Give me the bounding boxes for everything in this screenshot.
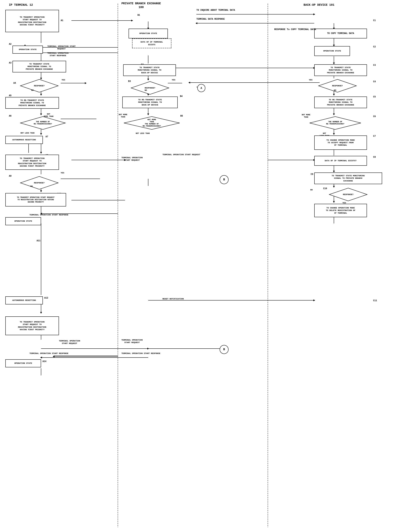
label-reset-notif: RESET NOTIFICATION [162, 298, 184, 300]
svg-marker-15 [40, 152, 42, 154]
label-a5: A5 [9, 94, 11, 97]
box-a8: TO TRANSMIT OPERATIONSTART REQUEST TOREG… [5, 155, 59, 170]
circle-a: A [197, 84, 205, 92]
label-c9: C9 [311, 173, 313, 176]
diamond-a4: RESPONSE? [20, 79, 59, 93]
svg-marker-49 [333, 114, 335, 115]
box-c10-change: TO CHANGE OPERATION MODETO DELETE REGIST… [314, 204, 367, 217]
label-c3: C3 [373, 64, 376, 66]
label-a3: A3 [9, 62, 11, 64]
label-a12: A12 [44, 297, 48, 299]
c6-not-more: NOT MORETHAN [302, 114, 310, 118]
svg-marker-85 [313, 299, 315, 301]
svg-marker-44 [188, 82, 190, 84]
box-a2-op: OPERATION STATE [13, 45, 43, 54]
label-a4: A4 [13, 82, 16, 84]
svg-marker-51 [333, 133, 335, 135]
box-a7: AUTONOMOUS RESETTING [5, 136, 43, 144]
label-a7: A7 [45, 136, 48, 138]
svg-marker-62 [40, 312, 42, 314]
box-a12-auto: AUTONOMOUS RESETTING [5, 296, 43, 304]
label-term-op-start-req-lower: TERMINAL OPERATIONSTART REQUEST [59, 340, 80, 345]
label-c11: C11 [373, 299, 377, 302]
header-left: IP TERMINAL 12 [9, 3, 33, 7]
label-a1: A1 [61, 19, 63, 22]
box-b2-monitor: TO TRANSMIT STATEMONITORING SIGNAL TOBAC… [123, 64, 176, 76]
circle-b: B [220, 175, 229, 184]
box-c8: DATA OF IP TERMINAL EXISTS? [314, 156, 367, 166]
box-c2-op: OPERATION STATE [314, 46, 350, 56]
diamond-c6: THE NUMBER OFRE-TRANSMISSIONS? [309, 116, 362, 130]
diamond-c4: RESPONSE? [318, 79, 357, 93]
box-c7: TO CHANGE OPERATION MODETO ACCEPT REQUES… [314, 136, 367, 150]
box-c9: TO TRANSMIT STATE MONITORINGSIGNAL TO PR… [314, 172, 382, 184]
label-c8: C8 [373, 156, 376, 158]
label-c10: C10 [323, 187, 327, 190]
box-a13: TO TRANSMIT OPERATIONSTART REQUEST TOREG… [5, 316, 59, 335]
svg-marker-71 [131, 20, 133, 21]
svg-marker-35 [196, 22, 197, 24]
label-b4: B4 [180, 95, 182, 98]
label-term-op-resp-3: TERMINAL OPERATION START RESPONSE [121, 352, 160, 355]
label-term-op-start-request-1: TERMINAL OPERATION STARTREQUEST [47, 45, 75, 50]
svg-marker-33 [313, 13, 315, 15]
label-a2: A2 [9, 43, 11, 45]
b3-yes: YES [172, 79, 175, 81]
box-b4: TO RE-TRANSMIT STATEMONITORING SIGNAL TO… [122, 96, 178, 108]
box-op-state-a: OPERATION STATE [5, 217, 41, 225]
a9-no: NO [30, 185, 33, 187]
svg-marker-13 [40, 133, 42, 135]
svg-marker-11 [40, 114, 42, 115]
c4-no: NO [334, 89, 336, 91]
diamond-b5: NOT MORETHANTHE NUMBER OFRE-TRANSMISSION… [123, 116, 180, 130]
label-a9: A9 [9, 175, 11, 177]
box-a14-op: OPERATION STATE [5, 359, 41, 367]
diamond-b3: RESPONSE? [130, 81, 170, 95]
b3-no: NO [145, 89, 147, 91]
header-right: BACK-UP DEVICE 101 [304, 3, 334, 7]
label-to-inquire: TO INQUIRE ABOUT TERMINAL DATA [196, 9, 235, 12]
label-response-copy: RESPONSE To COPY TERMINAL DATA [274, 28, 316, 31]
svg-marker-46 [333, 94, 335, 96]
box-c1-copy: TO COPY TERMINAL DATA [314, 29, 367, 38]
label-c6: C6 [373, 115, 376, 118]
svg-marker-55 [333, 171, 335, 172]
diamond-a9: RESPONSE? [20, 176, 59, 190]
label-b5: B5 [180, 115, 183, 117]
a4-no: NO [31, 89, 34, 91]
c10-no: NO [310, 189, 313, 191]
diagram-container: IP TERMINAL 12 PRIVATE BRANCH EXCHANGE 1… [0, 0, 393, 532]
b5-not-less: NOT LESS THAN [136, 132, 150, 135]
label-c7: C7 [373, 135, 376, 137]
label-term-op-c8: TERMINAL OPERATION START REQUEST [162, 153, 200, 156]
label-c5: C5 [373, 96, 376, 98]
label-a6: A6 [9, 115, 11, 117]
a4-yes: YES [62, 79, 65, 81]
box-c3-monitor: TO TRANSMIT STATEMONITORING SIGNAL TOPRI… [314, 64, 367, 76]
svg-marker-9 [40, 94, 42, 96]
header-middle: PRIVATE BRANCH EXCHANGE 100 [121, 2, 161, 9]
circle-b-lower: B [220, 345, 229, 354]
label-c2: C2 [373, 45, 376, 48]
svg-marker-68 [40, 357, 42, 358]
label-term-op-start-resp-1: TERMINAL OPERATION START RESPONSE [29, 214, 68, 216]
box-a5: TO RE-TRANSMIT STATEMONITORING SIGNAL TO… [5, 97, 59, 109]
svg-marker-41 [333, 63, 335, 64]
svg-marker-91 [53, 356, 54, 357]
label-terminal-data-response: TERMINAL DATA RESPONSE [196, 18, 225, 21]
box-c5: TO RE-TRANSMIT STATEMONITORING SIGNAL TO… [314, 96, 367, 108]
a6-not-more: NOTMORE THAN [44, 113, 53, 118]
box-a3-monitor: TO TRANSMIT STATEMONITORING SIGNAL TOPRI… [13, 61, 66, 72]
box-a10: TO TRANSMIT OPERATION START REQUESTTO RE… [5, 193, 66, 206]
label-term-op-start-req-2: TERMINAL OPERATIONSTART REQUEST [121, 156, 143, 162]
box-data-ip-exists: DATA OF IP TERMINALEXISTS [132, 38, 172, 48]
label-term-op-start-resp-2: TERMINAL OPERATIONSTART RESPONSE [47, 52, 69, 57]
svg-marker-26 [147, 79, 149, 80]
b5-not-more: NOT MORETHAN [119, 114, 127, 118]
svg-marker-19 [40, 190, 42, 192]
svg-marker-65 [147, 348, 149, 350]
label-c4: C4 [373, 80, 376, 83]
svg-marker-31 [147, 114, 149, 115]
box-a1: TO TRANSMIT OPERATIONSTART REQUEST TOREG… [5, 10, 59, 32]
diamond-a6: THE NUMBER OFRE-TRANSMISSIONS? [20, 116, 66, 130]
